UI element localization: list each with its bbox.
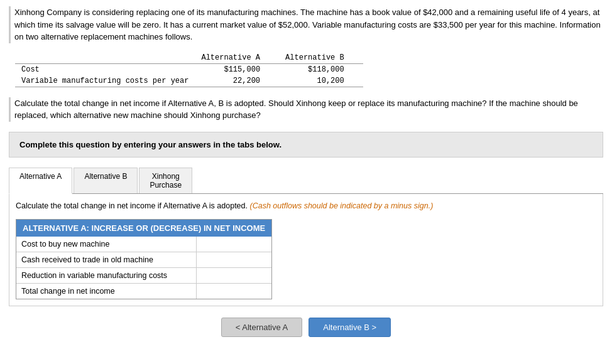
answer-row-cash-input-cell[interactable] <box>196 252 271 268</box>
answer-row-total-label: Total change in net income <box>16 284 196 299</box>
next-button[interactable]: Alternative B > <box>309 318 391 337</box>
nav-buttons: < Alternative A Alternative B > <box>9 318 603 337</box>
total-change-input[interactable] <box>199 286 270 297</box>
cash-received-input[interactable] <box>199 254 270 265</box>
row-varcos-val-a: 22,200 <box>195 75 279 87</box>
col-alt-a-header: Alternative A <box>195 52 279 64</box>
row-varcos-val-b: 10,200 <box>279 75 363 87</box>
tab-xinhong-label: XinhongPurchase <box>150 172 182 190</box>
table-row: Variable manufacturing costs per year 22… <box>15 75 363 87</box>
tabs-row: Alternative A Alternative B XinhongPurch… <box>9 168 603 194</box>
tab-alt-a-label: Alternative A <box>19 172 62 181</box>
tab-content-alt-a: Calculate the total change in net income… <box>9 194 603 307</box>
row-cost-label: Cost <box>15 63 195 75</box>
alternatives-data-table: Alternative A Alternative B Cost $115,00… <box>9 52 603 87</box>
answer-row-reduction-input-cell[interactable] <box>196 268 271 284</box>
answer-row-total-input-cell[interactable] <box>196 284 271 299</box>
calc-instruction: Calculate the total change in net income… <box>16 200 596 212</box>
answer-table-header: ALTERNATIVE A: INCREASE OR (DECREASE) IN… <box>16 220 271 237</box>
intro-paragraph: Xinhong Company is considering replacing… <box>9 6 603 43</box>
calc-instruction-text: Calculate the total change in net income… <box>16 201 248 210</box>
tab-alternative-a[interactable]: Alternative A <box>9 168 72 194</box>
tab-alternative-b[interactable]: Alternative B <box>74 168 138 193</box>
answer-table-container: ALTERNATIVE A: INCREASE OR (DECREASE) IN… <box>16 219 272 299</box>
instruction-box: Complete this question by entering your … <box>9 132 603 158</box>
row-cost-val-b: $118,000 <box>279 63 363 75</box>
table-row: Cost $115,000 $118,000 <box>15 63 363 75</box>
row-varcos-label: Variable manufacturing costs per year <box>15 75 195 87</box>
instruction-text: Complete this question by entering your … <box>19 140 281 149</box>
tab-alt-b-label: Alternative B <box>84 172 127 181</box>
answer-row-cost: Cost to buy new machine <box>16 237 271 252</box>
answer-row-cash-label: Cash received to trade in old machine <box>16 252 196 268</box>
calc-note: (Cash outflows should be indicated by a … <box>249 201 433 210</box>
answer-table: Cost to buy new machine Cash received to… <box>16 237 271 299</box>
tab-xinhong-purchase[interactable]: XinhongPurchase <box>139 168 192 193</box>
prev-button[interactable]: < Alternative A <box>221 318 302 337</box>
reduction-var-costs-input[interactable] <box>199 270 270 281</box>
col-alt-b-header: Alternative B <box>279 52 363 64</box>
answer-row-cost-input-cell[interactable] <box>196 237 271 252</box>
question-paragraph: Calculate the total change in net income… <box>9 97 603 122</box>
answer-row-reduction: Reduction in variable manufacturing cost… <box>16 268 271 284</box>
answer-row-cash: Cash received to trade in old machine <box>16 252 271 268</box>
answer-row-reduction-label: Reduction in variable manufacturing cost… <box>16 268 196 284</box>
answer-row-cost-label: Cost to buy new machine <box>16 237 196 252</box>
cost-new-machine-input[interactable] <box>199 238 270 250</box>
row-cost-val-a: $115,000 <box>195 63 279 75</box>
answer-row-total: Total change in net income <box>16 284 271 299</box>
